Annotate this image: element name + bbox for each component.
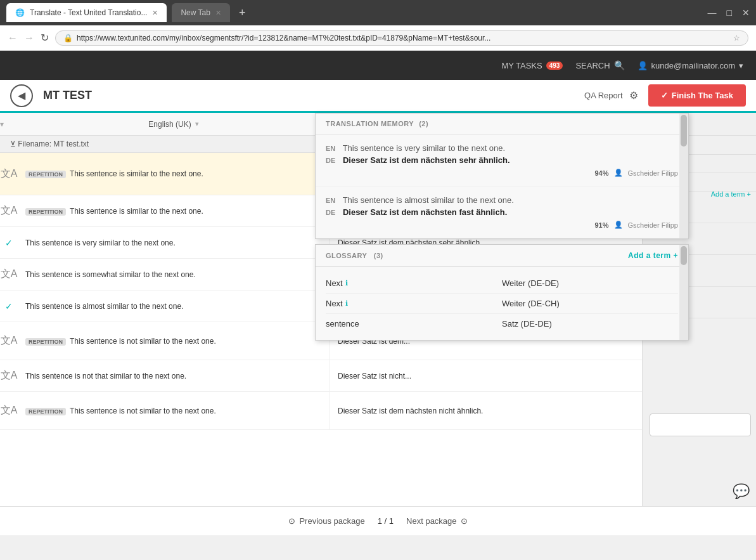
tm-scrollbar-thumb[interactable]	[681, 115, 687, 147]
segment-status-4: 文A	[0, 259, 18, 290]
glossary-panel: GLOSSARY (3) Add a term + Next ℹ Weiter …	[315, 244, 689, 341]
app-header: MY TASKS 493 SEARCH 🔍 👤 kunde@mailinator…	[0, 51, 756, 80]
source-column-header: English (UK) ▾	[18, 113, 330, 135]
tm-source-text-2: This sentence is almost similar to the n…	[343, 195, 514, 205]
tab-title: Translate - Text United Translatio...	[30, 8, 147, 17]
overlay-panels: TRANSLATION MEMORY (2) EN This sentence …	[315, 113, 689, 341]
browser-chrome: 🌐 Translate - Text United Translatio... …	[0, 0, 756, 25]
repetition-icon-6: 文A	[1, 334, 18, 348]
inactive-tab-close[interactable]: ✕	[215, 9, 221, 17]
my-tasks-label: MY TASKS	[501, 61, 542, 70]
dropdown-icon: ▾	[739, 61, 743, 70]
inactive-tab-title: New Tab	[181, 8, 210, 17]
next-package-btn[interactable]: Next package ⊙	[406, 516, 468, 526]
segment-source-6: REPETITIONThis sentence is not similar t…	[18, 322, 330, 360]
active-tab[interactable]: 🌐 Translate - Text United Translatio... …	[6, 3, 167, 22]
table-row[interactable]: 文A This sentence is not that similar to …	[0, 360, 642, 392]
target-text-7: Dieser Satz ist nicht...	[338, 372, 634, 381]
finish-label: Finish The Task	[672, 91, 733, 100]
next-label: Next package	[406, 516, 457, 526]
prev-package-btn[interactable]: ⊙ Previous package	[288, 516, 364, 526]
filter-icon[interactable]: ▾	[0, 120, 4, 129]
tm-item-2[interactable]: EN This sentence is almost similar to th…	[316, 186, 688, 238]
qa-report-link[interactable]: QA Report	[584, 91, 623, 100]
segment-status-7: 文A	[0, 360, 18, 391]
term-text-2: Next	[326, 299, 343, 308]
tm-meta-2: 91% 👤 Gscheider Filipp	[326, 221, 678, 229]
tm-de-label-1: DE	[326, 157, 335, 164]
target-text-8: Dieser Satz ist dem nächsten nicht ähnli…	[338, 407, 634, 415]
rep-badge-2: REPETITION	[25, 208, 66, 216]
bookmark-icon[interactable]: ☆	[733, 34, 740, 42]
glossary-title: GLOSSARY	[326, 252, 367, 259]
tab-close-btn[interactable]: ✕	[152, 9, 158, 17]
url-bar[interactable]: 🔒 https://www.textunited.com/my/inbox/se…	[55, 30, 748, 46]
source-text-2: This sentence is similar to the next one…	[70, 207, 203, 216]
right-add-term[interactable]: Add a term +	[711, 189, 751, 199]
chat-icon: 💬	[733, 483, 750, 499]
segment-source-2: REPETITIONThis sentence is similar to th…	[18, 195, 330, 226]
expand-icon[interactable]: ⊻	[10, 140, 16, 148]
maximize-btn[interactable]: □	[727, 8, 732, 18]
forward-nav-btn[interactable]: →	[24, 32, 34, 44]
user-menu[interactable]: 👤 kunde@mailinator.com ▾	[637, 61, 743, 70]
minimize-btn[interactable]: —	[708, 8, 717, 18]
glossary-header: GLOSSARY (3) Add a term +	[316, 245, 688, 267]
source-lang-label: English (UK)	[148, 120, 191, 129]
tm-scrollbar-track	[679, 114, 688, 238]
page-indicator: 1 / 1	[378, 516, 394, 526]
address-bar: ← → ↻ 🔒 https://www.textunited.com/my/in…	[0, 25, 756, 51]
filename-label: Filename: MT test.txt	[18, 140, 89, 148]
list-item: sentence Satz (DE-DE)	[326, 314, 678, 334]
repetition-icon-4: 文A	[1, 268, 18, 281]
segment-source-1: REPETITIONThis sentence is similar to th…	[18, 153, 330, 195]
rep-badge-8: REPETITION	[25, 408, 66, 415]
finish-task-button[interactable]: ✓ Finish The Task	[648, 84, 746, 107]
new-tab-button[interactable]: +	[235, 6, 250, 20]
tm-meta-1: 94% 👤 Gscheider Filipp	[326, 169, 678, 177]
my-tasks-nav[interactable]: MY TASKS 493	[501, 61, 563, 70]
tm-score-1: 94%	[594, 169, 608, 177]
settings-icon[interactable]: ⚙	[629, 89, 638, 101]
list-item: Next ℹ Weiter (DE-DE)	[326, 273, 678, 294]
main-content: ▾ English (UK) ▾ Germa... ▾ ⊻ Filename: …	[0, 113, 756, 506]
search-nav[interactable]: SEARCH 🔍	[575, 60, 624, 70]
term-text-1: Next	[326, 278, 343, 288]
tm-person-icon-2: 👤	[614, 221, 623, 229]
table-row[interactable]: 文A REPETITIONThis sentence is not simila…	[0, 392, 642, 430]
glossary-translation-2: Weiter (DE-CH)	[502, 299, 678, 308]
back-button[interactable]: ◀	[10, 84, 33, 107]
source-text-6: This sentence is not similar to the next…	[70, 337, 216, 346]
segment-status-6: 文A	[0, 322, 18, 360]
window-controls: — □ ✕	[708, 8, 750, 18]
source-text-1: This sentence is similar to the next one…	[70, 169, 203, 178]
reload-btn[interactable]: ↻	[41, 32, 49, 44]
tm-target-text-1: Dieser Satz ist dem nächsten sehr ähnlic…	[343, 155, 510, 165]
segment-status-8: 文A	[0, 392, 18, 429]
info-icon-2[interactable]: ℹ	[345, 299, 348, 308]
tm-count: (2)	[419, 120, 428, 127]
tm-score-2: 91%	[594, 221, 608, 229]
close-btn[interactable]: ✕	[742, 8, 750, 18]
rep-badge-1: REPETITION	[25, 171, 66, 178]
segment-status-1: 文A	[0, 153, 18, 195]
tm-panel: TRANSLATION MEMORY (2) EN This sentence …	[315, 113, 689, 239]
search-label: SEARCH	[575, 61, 610, 70]
tm-item-1[interactable]: EN This sentence is very similar to the …	[316, 134, 688, 186]
glossary-scrollbar-thumb[interactable]	[681, 246, 687, 265]
no-icon-7: 文A	[1, 369, 18, 382]
inactive-tab[interactable]: New Tab ✕	[172, 3, 229, 22]
info-icon-1[interactable]: ℹ	[345, 279, 348, 287]
tm-target-text-2: Dieser Satz ist dem nächsten fast ähnlic…	[343, 207, 507, 217]
page-title: MT TEST	[43, 89, 584, 102]
source-text-5: This sentence is almost similar to the n…	[25, 302, 322, 311]
glossary-term-3: sentence	[326, 319, 502, 329]
add-term-button[interactable]: Add a term +	[628, 251, 678, 260]
tm-source-text-1: This sentence is very similar to the nex…	[343, 143, 506, 153]
target-input-right[interactable]	[650, 413, 751, 436]
chat-button[interactable]: 💬	[733, 483, 750, 500]
source-filter-icon[interactable]: ▾	[195, 120, 199, 128]
glossary-count: (3)	[374, 252, 383, 259]
segment-target-7: Dieser Satz ist nicht...	[330, 360, 642, 391]
back-nav-btn[interactable]: ←	[8, 32, 18, 44]
